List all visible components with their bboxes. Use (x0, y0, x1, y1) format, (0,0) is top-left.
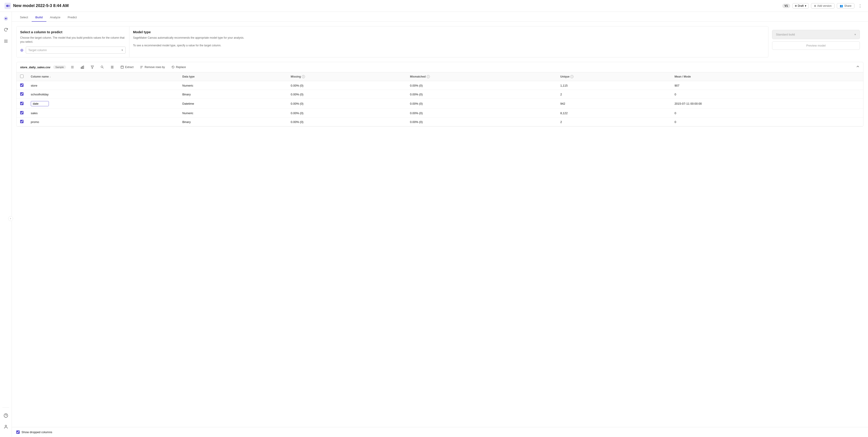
row-3-missing: 0.00% (0) (287, 109, 406, 117)
row-4-checkbox[interactable] (20, 120, 24, 123)
table-row: schoolholiday Binary 0.00% (0) 0.00% (0)… (17, 90, 863, 99)
add-version-label: Add version (817, 4, 832, 7)
svg-rect-12 (82, 66, 83, 69)
preview-model-label: Preview model (806, 44, 826, 47)
table-header: Column name ↓ Data type Missing i (17, 72, 863, 81)
target-column-chevron-icon: ▾ (122, 48, 123, 52)
svg-rect-21 (121, 66, 123, 68)
left-sidebar (0, 12, 12, 437)
row-4-missing: 0.00% (0) (287, 117, 406, 126)
row-0-missing: 0.00% (0) (287, 81, 406, 90)
row-0-mismatched: 0.00% (0) (406, 81, 557, 90)
row-2-mismatched: 0.00% (0) (406, 99, 557, 109)
sidebar-refresh-icon[interactable] (2, 27, 9, 33)
th-unique-info-icon: i (570, 75, 574, 78)
row-3-checkbox[interactable] (20, 111, 24, 114)
add-version-button[interactable]: ⊕ Add version (811, 3, 835, 9)
table-row: sales Numeric 0.00% (0) 0.00% (0) 8,122 … (17, 109, 863, 117)
standard-build-button[interactable]: Standard build ▾ (772, 30, 860, 39)
more-options-button[interactable]: ⋮ (857, 3, 864, 9)
th-unique-label: Unique (560, 75, 569, 78)
share-button[interactable]: 👥 Share (837, 3, 855, 9)
th-sort-icon: ↓ (50, 75, 51, 78)
sidebar-help-icon[interactable] (2, 412, 9, 419)
filter-button[interactable] (89, 64, 96, 70)
model-title: New model 2022-5-3 8:44 AM (13, 3, 68, 8)
sidebar-bottom (2, 407, 9, 434)
tab-predict[interactable]: Predict (64, 13, 80, 22)
version-badge: V1 (782, 4, 790, 8)
sidebar-menu-icon[interactable] (2, 38, 9, 44)
columns-button[interactable] (108, 64, 116, 70)
sidebar-logo-icon[interactable] (2, 15, 9, 22)
draft-button[interactable]: Draft ▾ (793, 3, 809, 9)
th-missing: Missing i (287, 72, 406, 81)
row-3-unique: 8,122 (557, 109, 671, 117)
header-right: V1 Draft ▾ ⊕ Add version 👥 Share ⋮ (782, 3, 864, 9)
row-3-mean-mode: 0 (671, 109, 863, 117)
chart-view-button[interactable] (79, 64, 86, 70)
row-1-checkbox[interactable] (20, 92, 24, 96)
row-2-name-cell (27, 99, 179, 109)
target-col-row: ⊕ Target column ▾ (20, 46, 126, 54)
top-header: New model 2022-5-3 8:44 AM V1 Draft ▾ ⊕ … (0, 0, 868, 12)
upper-panels: Select a column to predict Choose the ta… (16, 26, 864, 58)
list-view-button[interactable] (69, 64, 76, 70)
logo-icon (4, 3, 11, 9)
draft-label: Draft (798, 4, 804, 7)
table-row: store Numeric 0.00% (0) 0.00% (0) 1,115 … (17, 81, 863, 90)
row-4-mean-mode: 0 (671, 117, 863, 126)
show-dropped-checkbox[interactable] (16, 431, 20, 434)
target-column-placeholder: Target column (28, 48, 47, 52)
th-data-type: Data type (179, 72, 287, 81)
target-column-select[interactable]: Target column ▾ (26, 46, 126, 54)
row-1-missing: 0.00% (0) (287, 90, 406, 99)
search-button[interactable] (99, 64, 106, 70)
select-column-desc: Choose the target column. The model that… (20, 36, 126, 44)
model-type-title: Model type (133, 30, 765, 34)
svg-rect-13 (83, 66, 84, 68)
row-1-name-cell: schoolholiday (27, 90, 179, 99)
replace-button[interactable]: Replace (169, 64, 188, 70)
th-missing-info-icon: i (302, 75, 305, 78)
extract-button[interactable]: Extract (119, 64, 135, 70)
row-0-mean-mode: 907 (671, 81, 863, 90)
th-column-name-label: Column name (31, 75, 49, 78)
share-icon: 👥 (840, 4, 843, 7)
svg-marker-14 (91, 66, 93, 68)
remove-rows-button[interactable]: Remove rows by (138, 64, 166, 70)
tab-build[interactable]: Build (32, 13, 46, 22)
data-section: store_daily_sales.csv Sample (16, 62, 864, 127)
remove-rows-label: Remove rows by (145, 66, 165, 69)
collapse-button[interactable] (856, 65, 860, 69)
row-4-data-type: Binary (179, 117, 287, 126)
show-dropped-label[interactable]: Show dropped columns (16, 431, 52, 434)
table-row: Datetime 0.00% (0) 0.00% (0) 942 2015-07… (17, 99, 863, 109)
preview-model-button[interactable]: Preview model (772, 41, 860, 50)
row-0-checkbox[interactable] (20, 83, 24, 87)
build-buttons-panel: Standard build ▾ Preview model (769, 26, 864, 58)
table-row: promo Binary 0.00% (0) 0.00% (0) 2 0 (17, 117, 863, 126)
sidebar-user-icon[interactable] (2, 424, 9, 430)
select-all-checkbox[interactable] (20, 75, 24, 78)
th-data-type-label: Data type (182, 75, 194, 78)
app-layout: Select Build Analyze Predict Select a co… (0, 12, 868, 437)
row-2-checkbox[interactable] (20, 102, 24, 105)
expand-sidebar-button[interactable]: › (8, 216, 13, 221)
tabs-bar: Select Build Analyze Predict (12, 12, 868, 22)
table-body: store Numeric 0.00% (0) 0.00% (0) 1,115 … (17, 81, 863, 126)
row-1-data-type: Binary (179, 90, 287, 99)
tab-select[interactable]: Select (16, 13, 32, 22)
row-0-checkbox-cell (17, 81, 27, 90)
tab-analyze[interactable]: Analyze (46, 13, 64, 22)
data-toolbar: store_daily_sales.csv Sample (17, 62, 863, 72)
row-2-missing: 0.00% (0) (287, 99, 406, 109)
th-checkbox (17, 72, 27, 81)
row-1-mismatched: 0.00% (0) (406, 90, 557, 99)
th-column-name[interactable]: Column name ↓ (27, 72, 179, 81)
extract-label: Extract (125, 66, 133, 69)
sample-badge: Sample (53, 65, 66, 69)
th-mismatched-label: Mismatched (410, 75, 426, 78)
row-2-column-name-input[interactable] (31, 101, 49, 106)
row-4-column-name: promo (31, 120, 39, 124)
